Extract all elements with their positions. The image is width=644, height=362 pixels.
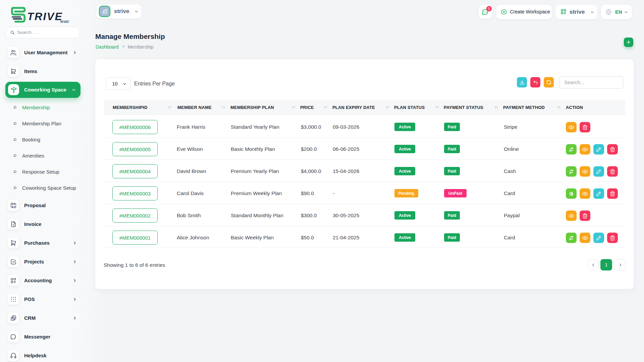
svg-text:MAKE: MAKE bbox=[60, 20, 69, 23]
svg-text:TRIVE: TRIVE bbox=[27, 10, 63, 22]
